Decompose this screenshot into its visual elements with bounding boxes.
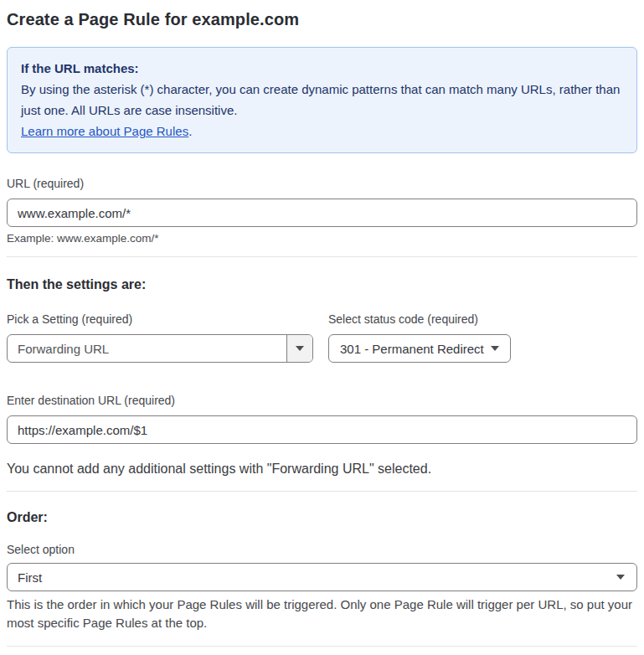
url-matches-info-box: If the URL matches: By using the asteris… [7, 47, 637, 153]
status-code-value: 301 - Permanent Redirect [340, 342, 484, 356]
order-select-label: Select option [7, 543, 637, 557]
destination-url-input[interactable] [7, 415, 637, 444]
pick-setting-column: Pick a Setting (required) Forwarding URL [7, 312, 313, 363]
divider [7, 491, 637, 492]
url-field-label: URL (required) [7, 177, 637, 191]
divider [7, 646, 637, 647]
info-box-heading: If the URL matches: [21, 58, 623, 79]
chevron-down-icon [491, 346, 499, 351]
pick-setting-label: Pick a Setting (required) [7, 312, 313, 327]
page-title: Create a Page Rule for example.com [7, 10, 637, 29]
order-helper-text: This is the order in which your Page Rul… [7, 596, 637, 632]
chevron-down-icon [296, 346, 304, 351]
forwarding-url-note: You cannot add any additional settings w… [7, 462, 637, 477]
status-code-column: Select status code (required) 301 - Perm… [328, 312, 511, 363]
chevron-down-icon [616, 575, 625, 580]
order-select[interactable]: First [7, 563, 637, 591]
pick-setting-value: Forwarding URL [8, 335, 286, 362]
link-suffix: . [188, 124, 192, 138]
info-box-body: By using the asterisk (*) character, you… [21, 79, 623, 121]
url-input[interactable] [7, 199, 637, 227]
create-page-rule-panel: Create a Page Rule for example.com If th… [0, 0, 644, 655]
pick-setting-select[interactable]: Forwarding URL [7, 334, 313, 363]
info-box-link-line: Learn more about Page Rules. [21, 121, 623, 142]
divider [7, 256, 637, 257]
url-example-helper: Example: www.example.com/* [7, 232, 637, 245]
pick-setting-dropdown-button[interactable] [286, 335, 312, 362]
order-section-heading: Order: [7, 510, 637, 525]
destination-url-label: Enter destination URL (required) [7, 394, 637, 408]
order-select-value: First [18, 570, 42, 585]
learn-more-link[interactable]: Learn more about Page Rules [21, 124, 188, 138]
settings-section-heading: Then the settings are: [7, 277, 637, 292]
status-code-label: Select status code (required) [328, 312, 511, 327]
status-code-select[interactable]: 301 - Permanent Redirect [328, 334, 511, 363]
settings-row: Pick a Setting (required) Forwarding URL… [7, 312, 637, 363]
